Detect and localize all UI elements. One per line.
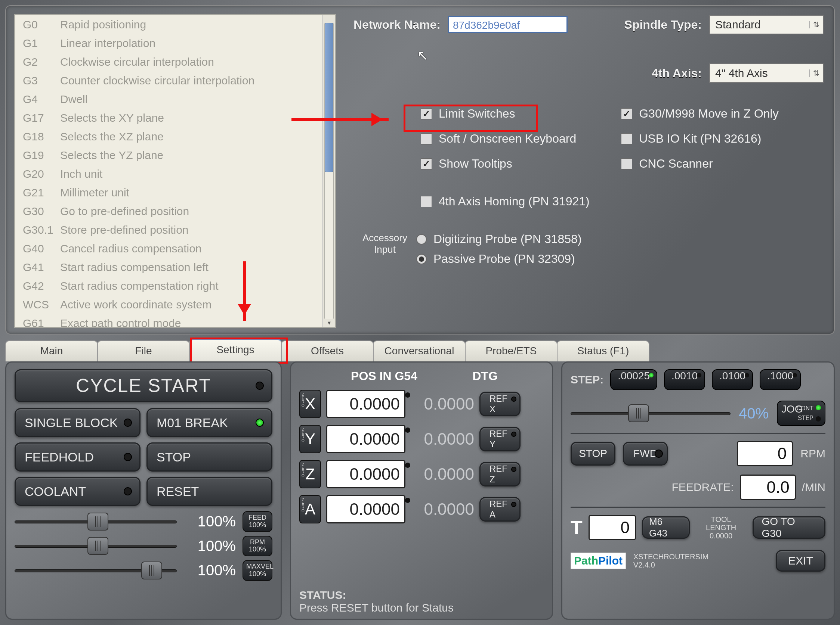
cycle-start-button[interactable]: CYCLE START: [14, 369, 273, 402]
tab-probe[interactable]: Probe/ETS: [465, 340, 558, 361]
gcode-row[interactable]: G4Dwell: [15, 90, 335, 109]
maxvel-100-button[interactable]: MAXVEL100%: [243, 560, 273, 581]
gcode-row[interactable]: G21Millimeter unit: [15, 183, 335, 202]
tab-file[interactable]: File: [97, 340, 190, 361]
axis-row-z: ZEROZ0.00000.0000REF Z: [299, 460, 544, 488]
gcode-row[interactable]: G30.1Store pre-defined position: [15, 221, 335, 239]
spindle-type-select[interactable]: Standard ⇅: [709, 15, 824, 34]
tab-conversational[interactable]: Conversational: [373, 340, 466, 361]
rpm-100-button[interactable]: RPM100%: [243, 536, 273, 557]
tab-main[interactable]: Main: [5, 340, 98, 361]
show-tooltips-checkbox[interactable]: Show Tooltips: [421, 157, 576, 171]
ref-a-button[interactable]: REF A: [479, 497, 521, 522]
gcode-row[interactable]: G30Go to pre-defined position: [15, 202, 335, 221]
spindle-stop-button[interactable]: STOP: [570, 442, 616, 466]
reset-button[interactable]: RESET: [146, 477, 273, 506]
pos-a-input[interactable]: 0.0000: [326, 495, 405, 524]
rpm-input[interactable]: 0: [737, 441, 793, 466]
ref-z-button[interactable]: REF Z: [479, 462, 521, 487]
axis-row-x: ZEROX0.00000.0000REF X: [299, 390, 544, 418]
step-1000-button[interactable]: .1000: [760, 369, 801, 390]
gcode-code: WCS: [23, 298, 60, 311]
g30-checkbox[interactable]: G30/M998 Move in Z Only: [621, 107, 778, 121]
zero-z-button[interactable]: ZEROZ: [299, 460, 321, 488]
checkbox-icon: [621, 158, 632, 169]
pos-x-input[interactable]: 0.0000: [326, 390, 405, 418]
gcode-row[interactable]: G1Linear interpolation: [15, 34, 335, 53]
passive-probe-radio[interactable]: Passive Probe (PN 32309): [416, 252, 582, 266]
pos-z-input[interactable]: 0.0000: [326, 460, 405, 488]
step-label: STEP:: [570, 373, 603, 386]
dtg-y: 0.0000: [411, 430, 474, 448]
chevron-updown-icon: ⇅: [809, 70, 823, 77]
feed-100-button[interactable]: FEED100%: [243, 511, 273, 532]
tab-status[interactable]: Status (F1): [557, 340, 650, 361]
zero-y-button[interactable]: ZEROY: [299, 425, 321, 453]
soft-keyboard-checkbox[interactable]: Soft / Onscreen Keyboard: [421, 132, 576, 146]
axis-row-a: ZEROA0.00000.0000REF A: [299, 495, 544, 524]
dtg-header: DTG: [459, 369, 511, 383]
gcode-row[interactable]: G3Counter clockwise circular interpolati…: [15, 71, 335, 90]
cnc-scanner-checkbox[interactable]: CNC Scanner: [621, 157, 778, 171]
go-to-g30-button[interactable]: GO TO G30: [753, 516, 826, 539]
jog-mode-button[interactable]: JOG CONT STEP: [777, 401, 826, 426]
gcode-desc: Exact path control mode: [60, 317, 332, 328]
usb-io-checkbox[interactable]: USB IO Kit (PN 32616): [621, 132, 778, 146]
ref-x-button[interactable]: REF X: [479, 392, 521, 416]
gcode-row[interactable]: G41Start radius compensation left: [15, 258, 335, 277]
axis4-select[interactable]: 4" 4th Axis ⇅: [709, 64, 824, 83]
zero-a-button[interactable]: ZEROA: [299, 495, 321, 524]
gcode-row[interactable]: G42Start radius compenstation right: [15, 277, 335, 295]
gcode-row[interactable]: G19Selects the YZ plane: [15, 146, 335, 165]
gcode-scrollbar[interactable]: ▾: [323, 15, 335, 327]
annotation-box-limit: [404, 104, 538, 132]
jog-speed-slider[interactable]: [570, 409, 731, 418]
step-0100-button[interactable]: .0100: [712, 369, 753, 390]
gcode-row[interactable]: G17Selects the XY plane: [15, 109, 335, 127]
step-0010-button[interactable]: .0010: [664, 369, 705, 390]
gcode-code: G18: [23, 130, 60, 143]
pos-y-input[interactable]: 0.0000: [326, 425, 405, 453]
ref-y-button[interactable]: REF Y: [479, 427, 521, 451]
gcode-desc: Dwell: [60, 93, 332, 106]
gcode-row[interactable]: G20Inch unit: [15, 165, 335, 183]
feedrate-input[interactable]: 0.0: [740, 474, 796, 500]
tool-number-input[interactable]: 0: [589, 515, 636, 540]
radio-icon: [416, 254, 427, 264]
gcode-row[interactable]: G2Clockwise circular interpolation: [15, 53, 335, 71]
rpm-override-slider[interactable]: [14, 541, 177, 550]
gcode-desc: Selects the XY plane: [60, 112, 332, 124]
stop-button[interactable]: STOP: [146, 442, 273, 471]
gcode-row[interactable]: G40Cancel radius compensation: [15, 239, 335, 258]
feed-override-slider[interactable]: [14, 517, 177, 526]
axis-row-y: ZEROY0.00000.0000REF Y: [299, 425, 544, 453]
gcode-row[interactable]: WCSActive work coordinate system: [15, 295, 335, 314]
axis4-homing-checkbox[interactable]: 4th Axis Homing (PN 31921): [421, 194, 824, 208]
scroll-down-icon[interactable]: ▾: [325, 319, 333, 325]
gcode-code: G21: [23, 186, 60, 199]
network-name-input[interactable]: 87d362b9e0af: [448, 16, 567, 33]
gcode-row[interactable]: G18Selects the XZ plane: [15, 127, 335, 146]
single-block-button[interactable]: SINGLE BLOCK: [14, 408, 140, 437]
tab-offsets[interactable]: Offsets: [281, 340, 374, 361]
feedhold-button[interactable]: FEEDHOLD: [14, 442, 140, 471]
rpm-pct: 100%: [184, 538, 236, 554]
zero-x-button[interactable]: ZEROX: [299, 390, 321, 418]
coolant-button[interactable]: COOLANT: [14, 477, 140, 506]
gcode-code: G30: [23, 205, 60, 218]
radio-icon: [416, 234, 427, 244]
m01-break-button[interactable]: M01 BREAK: [146, 408, 273, 437]
rpm-unit: RPM: [800, 447, 826, 460]
maxvel-slider[interactable]: [14, 566, 177, 575]
gcode-desc: Start radius compensation left: [60, 261, 332, 274]
step-00025-button[interactable]: .00025: [610, 369, 657, 390]
gcode-row[interactable]: G0Rapid positioning: [15, 15, 335, 34]
checkbox-icon: [421, 196, 432, 207]
checkbox-icon: [421, 133, 432, 145]
spindle-fwd-button[interactable]: FWD: [623, 442, 668, 466]
gcode-desc: Clockwise circular interpolation: [60, 56, 332, 68]
exit-button[interactable]: EXIT: [776, 550, 826, 572]
m6-g43-button[interactable]: M6 G43: [642, 516, 690, 539]
digitizing-probe-radio[interactable]: Digitizing Probe (PN 31858): [416, 232, 582, 246]
gcode-row[interactable]: G61Exact path control mode: [15, 314, 335, 328]
